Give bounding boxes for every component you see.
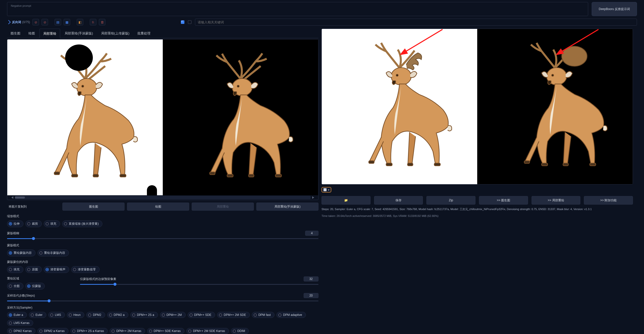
send-img2img-button[interactable]: >> 图生图 — [479, 196, 528, 205]
area-whole[interactable]: 全图 — [7, 283, 23, 290]
sampler-DPM-fast[interactable]: DPM fast — [252, 312, 274, 318]
sampler-DPM2-a[interactable]: DPM2 a — [107, 312, 128, 318]
deer-image-right — [171, 52, 310, 186]
svg-rect-23 — [563, 163, 568, 166]
mc-original[interactable]: 原图 — [25, 266, 42, 273]
padding-slider[interactable] — [80, 283, 318, 285]
inpaint-canvas[interactable]: ↶ ⊗ × — [7, 39, 318, 200]
open-folder-button[interactable]: 📁 — [321, 196, 371, 205]
svg-rect-3 — [120, 174, 126, 177]
resize-modes: 拉伸 裁剪 填充 直接缩放 (放大潜变量) — [7, 220, 318, 227]
sampler-DPM-2M-SDE[interactable]: DPM++ 2M SDE — [217, 312, 250, 318]
sampler-Heun[interactable]: Heun — [67, 312, 85, 318]
resize-fill[interactable]: 填充 — [44, 220, 60, 227]
copy-inpaint-sketch[interactable]: 局部重绘(手涂蒙版) — [256, 203, 318, 211]
resize-latent[interactable]: 直接缩放 (放大潜变量) — [62, 220, 102, 227]
zip-button[interactable]: Zip — [426, 196, 475, 205]
steps-label: 采样迭代步数(Steps) — [7, 294, 35, 298]
deepbooru-button[interactable]: DeepBooru 反推提示词 — [592, 2, 637, 16]
svg-rect-14 — [386, 163, 392, 166]
svg-point-7 — [237, 85, 239, 87]
tool-btn-4[interactable]: ▦ — [64, 19, 70, 25]
output-deer-white — [330, 41, 469, 175]
sampler-DPM2-a-Karras[interactable]: DPM2 a Karras — [37, 328, 68, 334]
sampler-DPM-2S-a-Karras[interactable]: DPM++ 2S a Karras — [70, 328, 108, 334]
tab-inpaint-upload[interactable]: 局部重绘(上传蒙版) — [98, 29, 133, 38]
mask-blur-slider[interactable] — [7, 237, 318, 240]
negative-prompt-textarea[interactable]: Negative prompt — [7, 2, 588, 16]
steps-slider[interactable] — [7, 300, 318, 302]
maskmode-inpaint-notmasked[interactable]: 重绘非蒙版内容 — [37, 250, 69, 256]
svg-rect-5 — [54, 172, 59, 175]
copy-to-label: 将图片复制到 — [7, 205, 60, 209]
tool-btn-6[interactable]: ⎘ — [90, 19, 96, 25]
sampler-Euler[interactable]: Euler — [29, 312, 46, 318]
tool-btn-7[interactable]: 🗑 — [99, 19, 105, 25]
sampler-DPM-2M-Karras[interactable]: DPM++ 2M Karras — [110, 328, 145, 334]
output-gallery[interactable]: × — [321, 29, 633, 184]
copy-img2img[interactable]: 图生图 — [62, 203, 125, 211]
svg-rect-16 — [408, 163, 413, 166]
mask-mode-label: 蒙版模式 — [7, 243, 318, 248]
sampler-DPM-2S-a[interactable]: DPM++ 2S a — [130, 312, 158, 318]
padding-value[interactable]: 32 — [304, 276, 318, 281]
maskmode-inpaint-masked[interactable]: 重绘蒙版内容 — [7, 250, 35, 256]
checkbox-1[interactable] — [181, 20, 184, 24]
svg-rect-15 — [434, 163, 440, 166]
download-chip[interactable]: ▾ — [321, 187, 331, 193]
save-button[interactable]: 保存 — [374, 196, 423, 205]
copy-sketch[interactable]: 绘图 — [127, 203, 189, 211]
image-icon — [324, 188, 327, 191]
deer-image-left — [15, 52, 155, 186]
svg-rect-17 — [369, 161, 374, 164]
mask-blur-value[interactable]: 4 — [305, 231, 318, 236]
send-extras-button[interactable]: >> 附加功能 — [584, 196, 633, 205]
svg-rect-2 — [72, 174, 78, 177]
tab-inpaint[interactable]: 局部重绘 — [39, 29, 60, 38]
padding-label: 仅蒙版模式的边缘预留像素 — [80, 277, 116, 281]
horizontal-scrollbar[interactable] — [15, 196, 311, 199]
svg-rect-22 — [590, 163, 596, 166]
resize-crop[interactable]: 裁剪 — [25, 220, 42, 227]
sampler-LMS[interactable]: LMS — [48, 312, 65, 318]
tool-btn-2[interactable]: ⊘ — [42, 19, 48, 25]
sampler-DPM2-Karras[interactable]: DPM2 Karras — [7, 328, 35, 334]
svg-rect-24 — [524, 161, 530, 164]
mc-latent-zero[interactable]: 潜变量数值零 — [71, 266, 100, 273]
inpaint-area-label: 重绘区域 — [7, 276, 75, 281]
sampler-DPM-2M-SDE-Karras[interactable]: DPM++ 2M SDE Karras — [186, 328, 229, 334]
sampler-DPM-SDE[interactable]: DPM++ SDE — [188, 312, 215, 318]
sampler-DPM-adaptive[interactable]: DPM adaptive — [276, 312, 306, 318]
steps-value[interactable]: 20 — [304, 293, 318, 298]
sampler-LMS-Karras[interactable]: LMS Karras — [7, 320, 33, 326]
sampler-DPM-SDE-Karras[interactable]: DPM++ SDE Karras — [147, 328, 184, 334]
tool-btn-1[interactable]: ⊘ — [32, 19, 39, 25]
tab-img2img[interactable]: 图生图 — [7, 29, 24, 38]
svg-point-18 — [562, 46, 587, 66]
area-only-masked[interactable]: 仅蒙版 — [25, 283, 45, 290]
send-inpaint-button[interactable]: >> 局部重绘 — [532, 196, 581, 205]
negword-toggle[interactable]: 反向词 (0/75) — [7, 20, 30, 24]
tool-btn-5[interactable]: ◧ — [77, 19, 83, 25]
resize-stretch[interactable]: 拉伸 — [7, 220, 23, 227]
keyword-input[interactable] — [195, 19, 637, 26]
sampler-DPM2[interactable]: DPM2 — [86, 312, 105, 318]
sampler-DPM-2M[interactable]: DPM++ 2M — [160, 312, 186, 318]
checkbox-2[interactable] — [188, 20, 191, 24]
tool-btn-3[interactable]: ▤ — [55, 19, 61, 25]
resize-mode-label: 缩放模式 — [7, 214, 318, 218]
copy-inpaint: 局部重绘 — [192, 203, 254, 211]
svg-point-20 — [552, 74, 554, 76]
tab-batch[interactable]: 批量处理 — [134, 29, 154, 38]
svg-rect-9 — [275, 174, 281, 177]
mc-fill[interactable]: 填充 — [7, 266, 23, 273]
masked-content-label: 蒙版蒙住的内容 — [7, 260, 318, 264]
sampler-label: 采样方法(Sampler) — [7, 306, 318, 310]
tab-inpaint-sketch[interactable]: 局部重绘(手涂蒙版) — [61, 29, 97, 38]
sampler-DDIM[interactable]: DDIM — [231, 328, 249, 334]
mc-latent-noise[interactable]: 潜变量噪声 — [44, 266, 69, 273]
generation-info: Steps: 20, Sampler: Euler a, CFG scale: … — [321, 207, 633, 211]
sampler-Euler-a[interactable]: Euler a — [7, 312, 27, 318]
svg-point-13 — [396, 74, 398, 76]
tab-sketch[interactable]: 绘图 — [25, 29, 38, 38]
